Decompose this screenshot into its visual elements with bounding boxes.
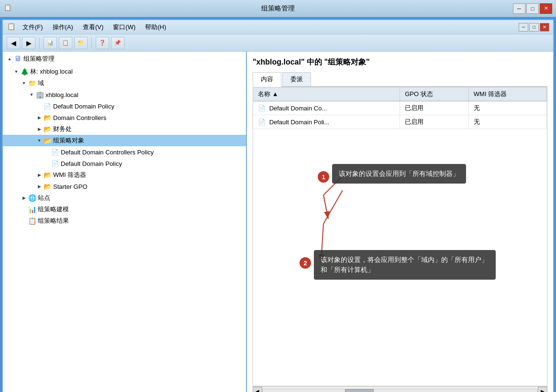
tree-header-item[interactable]: ▲ 🖥 组策略管理 (3, 52, 246, 66)
tree-label-gpo-group: 组策略对象 (53, 136, 84, 145)
tree-item-wmi[interactable]: ▶ 📂 WMI 筛选器 (3, 169, 246, 181)
col-header-wmi[interactable]: WMI 筛选器 (468, 87, 546, 101)
tree-label-ddp: Default Domain Policy (53, 103, 114, 110)
scroll-left-button[interactable]: ◀ (253, 387, 262, 392)
tree-label-root: 组策略管理 (23, 54, 55, 63)
scroll-right-button[interactable]: ▶ (538, 387, 547, 392)
tree-label-domain-group: 域 (38, 79, 44, 87)
tree-icon-dc: 📂 (43, 113, 52, 122)
tree-label-ddcp: Default Domain Controllers Policy (61, 149, 154, 156)
main-window: 📋 文件(F) 操作(A) 查看(V) 窗口(W) 帮助(H) ─ □ ✕ ◀ … (2, 19, 554, 392)
tree-expand-forest[interactable]: ▼ (12, 68, 20, 76)
window-title: 组策略管理 (261, 4, 295, 13)
row2-wmi: 无 (468, 115, 546, 129)
row2-name: 📄 Default Domain Poli... (253, 115, 400, 129)
tabs-bar: 内容 委派 (253, 72, 547, 87)
tree-expand-starter[interactable]: ▶ (35, 183, 43, 190)
view-button[interactable]: 📋 (59, 37, 72, 49)
tree-item-starter[interactable]: ▶ 📂 Starter GPO (3, 181, 246, 192)
row2-status: 已启用 (400, 115, 469, 129)
menu-items: 📋 文件(F) 操作(A) 查看(V) 窗口(W) 帮助(H) (7, 22, 170, 33)
close-button[interactable]: ✕ (540, 3, 552, 14)
extra-button[interactable]: 📌 (111, 37, 124, 49)
tree-item-sites[interactable]: ▶ 🌐 站点 (3, 192, 246, 204)
menu-action[interactable]: 操作(A) (49, 22, 77, 33)
console-button[interactable]: 📊 (44, 37, 57, 49)
back-button[interactable]: ◀ (7, 37, 20, 49)
tree-icon-ddcp: 📄 (51, 148, 59, 156)
tree-expand-dc[interactable]: ▶ (35, 114, 43, 121)
col-header-name[interactable]: 名称 ▲ (253, 87, 400, 101)
menu-min-button[interactable]: ─ (519, 23, 528, 32)
toolbar-sep-2 (91, 37, 92, 49)
tree-label-sites: 站点 (38, 194, 50, 202)
menu-view[interactable]: 查看(V) (79, 22, 107, 33)
tree-expand-ddp (35, 102, 43, 110)
forward-button[interactable]: ▶ (22, 37, 35, 49)
tree-expand-gpo-model (20, 206, 28, 213)
tree-icon-ddp: 📄 (43, 102, 52, 110)
maximize-button[interactable]: □ (526, 3, 539, 14)
tree-expand-ddcp (43, 148, 51, 156)
sort-icon: ▲ (272, 90, 278, 98)
row1-wmi: 无 (468, 101, 546, 115)
tree-expand-finance[interactable]: ▶ (35, 125, 43, 133)
menu-max-button[interactable]: □ (529, 23, 539, 32)
scroll-thumb[interactable] (345, 389, 374, 392)
tree-label-ddp2: Default Domain Policy (61, 160, 122, 167)
title-bar-left: 📋 (4, 4, 13, 13)
tree-expand-ddp2 (43, 160, 51, 167)
col-name-label: 名称 (258, 90, 270, 98)
table-area: 名称 ▲ GPO 状态 WMI 筛选器 📄 Default Domain Co.… (253, 87, 547, 386)
row1-name: 📄 Default Domain Co... (253, 101, 400, 115)
row1-icon: 📄 (258, 105, 266, 112)
tree-item-gpo-group[interactable]: ▼ 📂 组策略对象 (3, 135, 246, 146)
tree-expand-domain[interactable]: ▼ (28, 91, 35, 98)
tree-label-wmi: WMI 筛选器 (53, 171, 86, 179)
tree-item-ddp[interactable]: 📄 Default Domain Policy (3, 100, 246, 112)
tree-expand-root[interactable]: ▲ (6, 55, 13, 63)
tree-item-gpo-model[interactable]: 📊 组策略建模 (3, 204, 246, 215)
tree-expand-sites[interactable]: ▶ (20, 194, 28, 202)
gpo-table: 名称 ▲ GPO 状态 WMI 筛选器 📄 Default Domain Co.… (253, 87, 547, 129)
tree-item-forest[interactable]: ▼ 🌲 林: xhblog.local (3, 66, 246, 77)
tree-item-domain[interactable]: ▼ 🏢 xhblog.local (3, 89, 246, 100)
content-area: ▲ 🖥 组策略管理 ▼ 🌲 林: xhblog.local ▼ 📁 域 (3, 52, 553, 392)
menu-file[interactable]: 文件(F) (19, 22, 47, 33)
tree-label-starter: Starter GPO (53, 183, 88, 190)
help-button[interactable]: ❓ (96, 37, 109, 49)
menu-close-button[interactable]: ✕ (540, 23, 549, 32)
table-row[interactable]: 📄 Default Domain Poli... 已启用 无 (253, 115, 547, 129)
tree-icon-finance: 📂 (43, 125, 52, 133)
tab-content[interactable]: 内容 (253, 72, 281, 87)
tree-item-ddcp[interactable]: 📄 Default Domain Controllers Policy (3, 146, 246, 158)
tree-label-forest: 林: xhblog.local (30, 67, 73, 76)
tree-item-finance[interactable]: ▶ 📂 财务处 (3, 123, 246, 135)
tree-expand-gpo-group[interactable]: ▼ (35, 137, 43, 144)
tree-expand-domain-group[interactable]: ▼ (20, 79, 28, 87)
scroll-track[interactable] (262, 389, 538, 392)
app-icon: 📋 (4, 4, 13, 13)
tab-delegate[interactable]: 委派 (282, 72, 311, 86)
row1-name-label: Default Domain Co... (269, 105, 327, 112)
window-controls: ─ □ ✕ (513, 3, 552, 14)
tree-expand-gpo-result (20, 217, 28, 225)
menu-help[interactable]: 帮助(H) (141, 22, 170, 33)
tree-item-dc[interactable]: ▶ 📂 Domain Controllers (3, 112, 246, 123)
tree-icon-gpo-group: 📂 (43, 136, 52, 145)
tree-icon-wmi: 📂 (43, 171, 52, 179)
open-button[interactable]: 📁 (74, 37, 88, 49)
col-header-status[interactable]: GPO 状态 (400, 87, 469, 101)
toolbar-sep-1 (39, 37, 40, 49)
row2-name-label: Default Domain Poli... (269, 119, 330, 126)
tree-expand-wmi[interactable]: ▶ (35, 171, 43, 179)
tree-item-gpo-result[interactable]: 📋 组策略结果 (3, 215, 246, 227)
minimize-button[interactable]: ─ (513, 3, 525, 14)
menu-app-icon: 📋 (7, 22, 15, 31)
tree-item-ddp2[interactable]: 📄 Default Domain Policy (3, 158, 246, 169)
menu-bar-controls: ─ □ ✕ (519, 23, 549, 32)
tree-label-dc: Domain Controllers (53, 114, 106, 121)
table-row[interactable]: 📄 Default Domain Co... 已启用 无 (253, 101, 547, 115)
tree-item-domain-group[interactable]: ▼ 📁 域 (3, 77, 246, 89)
menu-window[interactable]: 窗口(W) (109, 22, 139, 33)
